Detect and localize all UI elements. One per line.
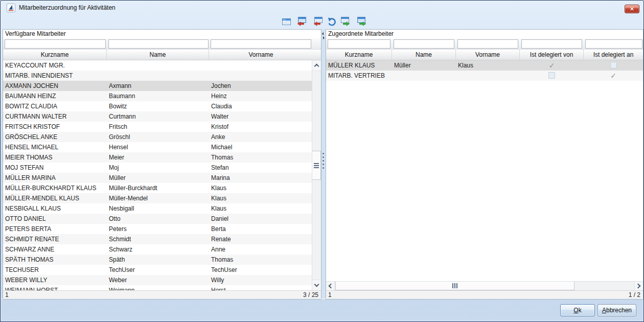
cell-vorname: Thomas [209, 255, 312, 265]
filter-vorname-input[interactable] [211, 39, 311, 49]
available-filter-row [3, 38, 321, 50]
scroll-right-button[interactable] [634, 282, 643, 290]
cell-kurzname: BAUMANN HEINZ [3, 91, 107, 101]
assigned-panel: Zugeordnete Mitarbeiter Kurzname Name Vo… [326, 29, 643, 300]
cell-vorname: Willy [209, 275, 312, 285]
sail-logo-icon [7, 4, 15, 12]
filter-assigned-vorname-input[interactable] [457, 39, 518, 49]
table-row[interactable]: PETERS BERTAPetersBerta [3, 224, 312, 234]
table-row[interactable]: WEBER WILLYWeberWilly [3, 275, 312, 285]
panel-splitter[interactable] [321, 29, 326, 300]
cell-name [107, 60, 209, 71]
filter-assigned-name-input[interactable] [394, 39, 454, 49]
filter-name-input[interactable] [108, 39, 209, 49]
cell-name: Gröschl [107, 132, 209, 142]
table-row[interactable]: SCHMIDT RENATESchmidtRenate [3, 234, 312, 244]
delegiert-von-checkbox[interactable]: ✓ [549, 60, 555, 71]
collapse-left-icon [322, 32, 324, 35]
cell-kurzname: KEYACCOUNT MGR. [3, 60, 107, 71]
table-row[interactable]: WEIMANN HORSTWeimannHorst [3, 285, 312, 290]
filter-kurzname-input[interactable] [5, 39, 106, 49]
assign-all-button[interactable] [356, 16, 367, 27]
table-row[interactable]: BOWITZ CLAUDIABowitzClaudia [3, 101, 312, 111]
splitter-arrows[interactable] [322, 31, 325, 40]
cell-vorname: Klaus [209, 193, 312, 203]
status-count: 3 / 25 [303, 291, 318, 299]
undo-button[interactable] [326, 16, 337, 27]
cell-kurzname: MEIER THOMAS [3, 152, 107, 163]
delegiert-an-checkbox[interactable] [610, 62, 617, 68]
cell-kurzname: MOJ STEFAN [3, 163, 107, 173]
cell-vorname: Renate [209, 234, 312, 244]
table-row[interactable]: MÜLLER KLAUSMüllerKlaus✓ [326, 60, 643, 71]
delegiert-von-checkbox[interactable] [548, 72, 555, 79]
available-status-bar: 1 3 / 25 [3, 290, 321, 299]
title-bar[interactable]: Mitarbeiterzuordnung für Aktivitäten ✕ [1, 1, 643, 15]
window-settings-button[interactable] [281, 16, 292, 27]
available-panel: Verfügbare Mitarbeiter Kurzname Name Vor… [3, 29, 321, 300]
table-row[interactable]: MÜLLER-BURCKHARDT KLAUSMüller-Burckhardt… [3, 183, 312, 193]
cancel-button[interactable]: Abbrechen [597, 304, 636, 316]
cell-delegiert-von: ✓ [520, 60, 584, 71]
scrollbar-thumb[interactable] [312, 151, 321, 180]
table-row[interactable]: NESBIGALL KLAUSNesbigallKlaus [3, 203, 312, 214]
cell-name: Curtmann [107, 111, 209, 122]
table-row[interactable]: BAUMANN HEINZBaumannHeinz [3, 91, 312, 101]
cell-name: Müller-Mendel [107, 193, 209, 203]
column-header-kurzname[interactable]: Kurzname [3, 50, 107, 60]
cell-name: Bowitz [107, 101, 209, 111]
cell-kurzname: PETERS BERTA [3, 224, 107, 234]
filter-delegiert-an-input[interactable] [585, 39, 642, 49]
table-row[interactable]: SCHWARZ ANNESchwarzAnne [3, 244, 312, 255]
column-header-vorname[interactable]: Vorname [209, 50, 313, 60]
scroll-down-button[interactable] [312, 280, 321, 290]
table-row[interactable]: MÜLLER MARINAMüllerMarina [3, 173, 312, 183]
close-button[interactable]: ✕ [625, 5, 639, 13]
delegiert-an-checkbox[interactable]: ✓ [610, 71, 616, 81]
unassign-selected-icon [313, 16, 324, 27]
table-row[interactable]: CURTMANN WALTERCurtmannWalter [3, 111, 312, 122]
table-row[interactable]: MITARB. INNENDIENST [3, 71, 312, 81]
app-icon [7, 4, 15, 12]
table-row[interactable]: MOJ STEFANMojStefan [3, 163, 312, 173]
splitter-grip-icon [323, 153, 324, 169]
cell-name: Nesbigall [107, 203, 209, 214]
table-row[interactable]: GRÖSCHEL ANKEGröschlAnke [3, 132, 312, 142]
column-header-assigned-vorname[interactable]: Vorname [456, 50, 520, 60]
column-header-assigned-name[interactable]: Name [392, 50, 456, 60]
table-row[interactable]: MITARB. VERTRIEB✓ [326, 71, 643, 81]
chevron-left-icon [329, 284, 334, 289]
cell-vorname: TechUser [209, 265, 312, 275]
assigned-horizontal-scrollbar[interactable] [326, 281, 643, 290]
scroll-up-button[interactable] [312, 60, 321, 71]
table-row[interactable]: HENSEL MICHAELHenselMichael [3, 142, 312, 152]
filter-delegiert-von-input[interactable] [521, 39, 582, 49]
table-row[interactable]: AXMANN JOCHENAxmannJochen [3, 81, 312, 91]
table-row[interactable]: MEIER THOMASMeierThomas [3, 152, 312, 163]
column-header-assigned-kurzname[interactable]: Kurzname [326, 50, 392, 60]
filter-assigned-kurzname-input[interactable] [328, 39, 390, 49]
table-row[interactable]: FRITSCH KRISTOFFritschKristof [3, 122, 312, 132]
table-row[interactable]: OTTO DANIELOttoDaniel [3, 214, 312, 224]
unassign-all-button[interactable] [296, 16, 308, 27]
assign-selected-button[interactable] [339, 16, 351, 27]
unassign-all-icon [297, 16, 307, 27]
cell-kurzname: BOWITZ CLAUDIA [3, 101, 107, 111]
available-vertical-scrollbar[interactable] [312, 60, 321, 290]
column-header-delegiert-von[interactable]: Ist delegiert von [520, 50, 584, 60]
cell-name: Meier [107, 152, 209, 163]
table-row[interactable]: MÜLLER-MENDEL KLAUSMüller-MendelKlaus [3, 193, 312, 203]
column-header-delegiert-an[interactable]: Ist delegiert an [584, 50, 643, 60]
cell-name: Müller [392, 60, 456, 71]
table-row[interactable]: KEYACCOUNT MGR. [3, 60, 312, 71]
unassign-selected-button[interactable] [313, 16, 324, 27]
close-icon: ✕ [630, 6, 634, 12]
scroll-left-button[interactable] [326, 282, 335, 290]
hscrollbar-thumb[interactable] [335, 282, 574, 290]
table-row[interactable]: TECHUSERTechUserTechUser [3, 265, 312, 275]
table-row[interactable]: SPÄTH THOMASSpäthThomas [3, 255, 312, 265]
column-header-name[interactable]: Name [107, 50, 209, 60]
ok-button[interactable]: Ok [560, 304, 595, 316]
cell-vorname [209, 60, 312, 71]
cell-kurzname: GRÖSCHEL ANKE [3, 132, 107, 142]
